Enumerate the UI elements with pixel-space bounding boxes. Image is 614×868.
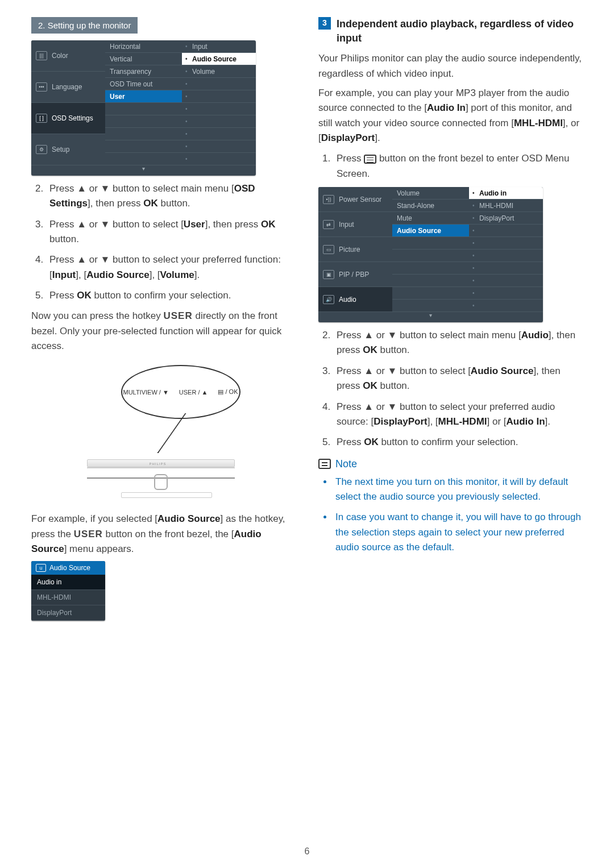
steps-right-1: Press button on the front bezel to enter… — [333, 151, 583, 181]
note-heading: Note — [318, 458, 583, 470]
heading-independent-audio: 3 Independent audio playback, regardless… — [318, 17, 583, 45]
step-r4: Press ▲ or ▼ button to select your prefe… — [333, 400, 583, 430]
note-list: The next time you turn on this monitor, … — [333, 475, 583, 555]
step-r1: Press button on the front bezel to enter… — [333, 151, 583, 181]
paragraph-example: For example, if you selected [Audio Sour… — [31, 512, 296, 556]
label-ok: ▤ / OK — [218, 388, 238, 396]
speech-bubble: MULTIVIEW / ▼ USER / ▲ ▤ / OK — [121, 365, 240, 419]
page-number: 6 — [0, 846, 614, 857]
note-icon — [318, 459, 331, 469]
step-3: Press ▲ or ▼ button to select [User], th… — [46, 217, 296, 247]
step-number-box: 3 — [318, 17, 331, 30]
osd-menu-settings: HorizontalInputVerticalAudio SourceTrans… — [31, 40, 256, 176]
label-user: USER / ▲ — [179, 389, 208, 396]
osd-menu-audio: VolumeAudio inStand-AloneMHL-HDMIMuteDis… — [318, 187, 543, 322]
section-header: 2. Setting up the monitor — [31, 17, 138, 34]
note-2: In case you want to change it, you will … — [333, 510, 583, 555]
steps-right-2: Press ▲ or ▼ button to select main menu … — [333, 328, 583, 450]
steps-left: Press ▲ or ▼ button to select main menu … — [46, 181, 296, 303]
front-bezel-diagram: MULTIVIEW / ▼ USER / ▲ ▤ / OK PHILIPS — [87, 359, 240, 501]
paragraph-r1: Your Philips monitor can play the audio … — [318, 51, 583, 81]
paragraph-hotkey: Now you can press the hotkey USER direct… — [31, 309, 296, 354]
label-multiview: MULTIVIEW / ▼ — [123, 389, 168, 396]
step-r2: Press ▲ or ▼ button to select main menu … — [333, 328, 583, 358]
step-2: Press ▲ or ▼ button to select main menu … — [46, 181, 296, 211]
power-button-icon — [154, 474, 168, 490]
paragraph-r2: For example, you can play your MP3 playe… — [318, 86, 583, 146]
step-4: Press ▲ or ▼ button to select your prefe… — [46, 252, 296, 283]
menu-button-icon — [364, 155, 376, 164]
step-5: Press OK button to confirm your selectio… — [46, 288, 296, 303]
step-r5: Press OK button to confirm your selectio… — [333, 435, 583, 450]
audio-source-popup: uAudio SourceAudio inMHL-HDMIDisplayPort — [31, 561, 105, 621]
step-r3: Press ▲ or ▼ button to select [Audio Sou… — [333, 364, 583, 394]
philips-logo: PHILIPS — [150, 462, 167, 466]
note-1: The next time you turn on this monitor, … — [333, 475, 583, 505]
